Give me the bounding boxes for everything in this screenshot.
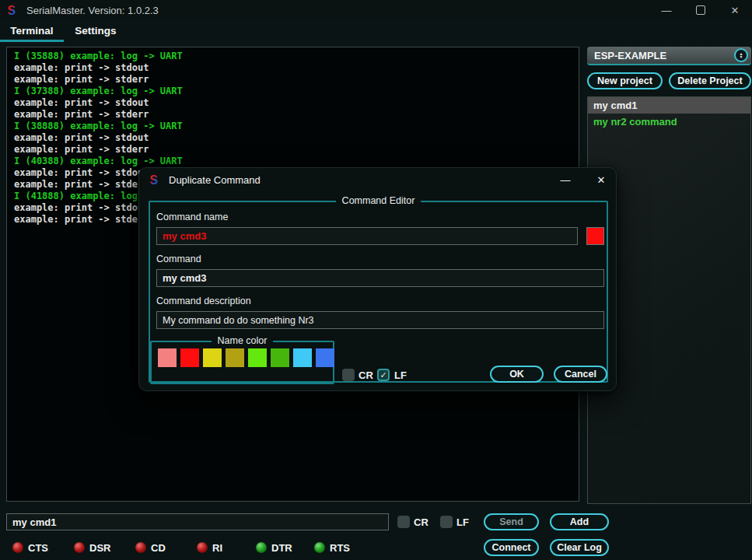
project-select[interactable]: ESP-EXAMPLE ▲ ▼ (587, 47, 751, 65)
connect-button[interactable]: Connect (484, 539, 539, 556)
command-input[interactable]: my cmd1 (6, 513, 389, 530)
add-button[interactable]: Add (550, 513, 609, 530)
send-button[interactable]: Send (484, 513, 539, 530)
dialog-lf-checkbox[interactable]: ✓ (377, 369, 390, 381)
terminal-line: I (40388) example: log -> UART (14, 156, 572, 167)
dialog-minimize-icon[interactable]: — (553, 170, 578, 190)
window-title: SerialMaster. Version: 1.0.2.3 (26, 5, 159, 16)
lf-checkbox[interactable] (440, 516, 453, 528)
led-dsr-icon (74, 542, 85, 553)
tab-settings[interactable]: Settings (64, 21, 128, 42)
ok-button[interactable]: OK (490, 366, 544, 383)
svg-text:S: S (150, 173, 159, 187)
tab-terminal[interactable]: Terminal (0, 21, 64, 42)
color-swatch[interactable] (203, 348, 222, 367)
color-swatch[interactable] (316, 348, 334, 367)
led-label: RTS (330, 542, 350, 554)
color-swatch[interactable] (226, 348, 244, 367)
terminal-line: I (35888) example: log -> UART (14, 51, 572, 62)
command-list-item[interactable]: my cmd1 (588, 97, 750, 114)
terminal-line: example: print -> stdout (14, 97, 572, 109)
dialog-cr-checkbox[interactable] (342, 369, 355, 381)
tab-bar: Terminal Settings (0, 21, 128, 42)
led-cd-icon (135, 542, 146, 553)
command-list-item[interactable]: my nr2 command (588, 114, 750, 130)
lf-checkbox-label: LF (456, 516, 469, 528)
command-input-field[interactable]: my cmd3 (156, 269, 604, 287)
dialog-close-icon[interactable]: ✕ (589, 170, 614, 190)
terminal-line: I (38888) example: log -> UART (14, 121, 572, 132)
new-project-button[interactable]: New project (587, 72, 663, 89)
minimize-icon[interactable]: — (649, 0, 684, 20)
project-select-value: ESP-EXAMPLE (594, 50, 666, 61)
color-swatch[interactable] (271, 348, 289, 367)
name-color-legend: Name color (212, 335, 274, 346)
led-cts-icon (12, 542, 23, 553)
dialog-lf-label: LF (394, 369, 407, 381)
delete-project-button[interactable]: Delete Project (669, 72, 751, 89)
terminal-line: example: print -> stderr (14, 144, 572, 156)
terminal-line: example: print -> stderr (14, 109, 572, 121)
command-name-label: Command name (156, 212, 228, 222)
terminal-line: example: print -> stdout (14, 132, 572, 144)
window-controls: — ✕ (649, 0, 752, 20)
led-label: RI (212, 542, 222, 554)
dialog-titlebar: S Duplicate Command (149, 173, 261, 187)
dialog-title: Duplicate Command (169, 174, 261, 186)
duplicate-command-dialog: S Duplicate Command — ✕ Command Editor C… (138, 167, 617, 391)
cr-checkbox[interactable] (397, 516, 410, 528)
led-ri-icon (197, 542, 208, 553)
led-label: DSR (89, 542, 110, 554)
terminal-line: example: print -> stdout (14, 62, 572, 74)
cancel-button[interactable]: Cancel (554, 366, 607, 383)
command-description-label: Command description (156, 296, 251, 306)
color-swatch[interactable] (293, 348, 312, 367)
terminal-line: example: print -> stderr (14, 74, 572, 86)
command-editor-legend: Command Editor (336, 195, 421, 206)
selected-color-chip[interactable] (586, 227, 604, 245)
terminal-line: I (37388) example: log -> UART (14, 86, 572, 97)
color-swatch[interactable] (248, 348, 267, 367)
color-swatch[interactable] (158, 348, 177, 367)
maximize-icon[interactable] (684, 0, 718, 20)
svg-text:S: S (8, 4, 16, 17)
command-name-input[interactable]: my cmd3 (156, 227, 578, 245)
color-swatch[interactable] (180, 348, 199, 367)
cr-checkbox-label: CR (414, 516, 428, 528)
dialog-logo-icon: S (149, 173, 162, 187)
dialog-cr-label: CR (359, 369, 373, 381)
titlebar: S SerialMaster. Version: 1.0.2.3 — ✕ (0, 0, 752, 20)
led-rts-icon (314, 542, 325, 553)
clear-log-button[interactable]: Clear Log (550, 539, 609, 556)
name-color-palette (158, 348, 338, 367)
led-label: DTR (271, 542, 292, 554)
command-label: Command (156, 254, 201, 264)
led-label: CD (151, 542, 166, 554)
chevron-down-icon: ▼ (740, 55, 743, 58)
led-dtr-icon (256, 542, 267, 553)
close-icon[interactable]: ✕ (718, 0, 752, 20)
command-description-input[interactable]: My command do do something Nr3 (156, 311, 604, 329)
led-label: CTS (28, 542, 48, 554)
name-color-group: Name color (150, 341, 334, 384)
select-spinner-icon[interactable]: ▲ ▼ (734, 48, 748, 62)
maximize-box (696, 5, 705, 15)
app-logo-icon: S (6, 4, 19, 17)
